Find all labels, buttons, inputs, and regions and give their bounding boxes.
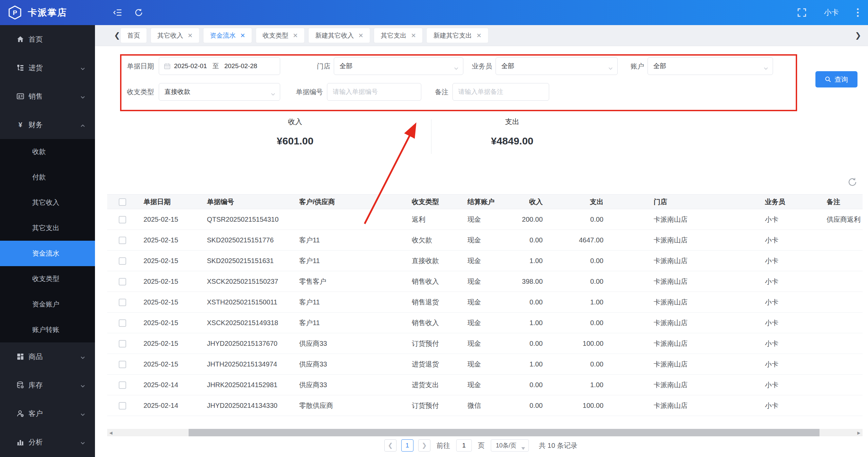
tab-close-icon[interactable]: ✕ [476, 33, 481, 39]
sidebar-item[interactable]: 其它收入 [0, 190, 95, 215]
tab-close-icon[interactable]: ✕ [188, 33, 193, 39]
cell-docno-link[interactable]: JHYD20250214134330 [197, 395, 290, 416]
collapse-menu-icon[interactable] [113, 8, 122, 17]
sidebar-item[interactable]: 付款 [0, 164, 95, 190]
cell-docno-link[interactable]: SKD20250215151631 [197, 251, 290, 271]
sidebar-item[interactable]: 资金账户 [0, 292, 95, 317]
refresh-icon[interactable] [134, 8, 143, 17]
row-checkbox[interactable] [119, 319, 126, 327]
tab[interactable]: 首页 [121, 28, 147, 43]
row-checkbox[interactable] [119, 340, 126, 347]
cell-customer: 客户11 [290, 292, 402, 313]
select-all-checkbox[interactable] [119, 198, 126, 206]
date-range-picker[interactable]: 2025-02-01 至 2025-02-28 [159, 57, 280, 75]
sidebar-item[interactable]: 库存 [0, 371, 95, 399]
summary-divider [431, 119, 431, 154]
cell-docno-link[interactable]: XSTH20250215150011 [197, 292, 290, 313]
sidebar-item[interactable]: 收款 [0, 139, 95, 164]
more-menu-icon[interactable] [856, 7, 859, 18]
page-size-select[interactable]: 10条/页 [491, 439, 529, 452]
cell-remark [814, 395, 863, 416]
tab-close-icon[interactable]: ✕ [240, 33, 245, 39]
expense-label: 支出 [438, 117, 587, 126]
table-refresh-icon[interactable] [847, 177, 857, 187]
cell-docno-link[interactable]: JHRK20250214152981 [197, 375, 290, 395]
chevron-down-icon [454, 64, 458, 68]
cell-remark [814, 354, 863, 375]
tabs-scroll-left-icon[interactable]: ❮ [114, 25, 120, 46]
cell-store: 卡派南山店 [605, 395, 755, 416]
docno-input[interactable]: 请输入单据编号 [327, 83, 421, 101]
cell-remark [814, 230, 863, 251]
prev-page-button[interactable]: ❮ [384, 439, 397, 452]
user-name[interactable]: 小卡 [824, 7, 839, 18]
tab[interactable]: 其它支出 ✕ [374, 28, 422, 43]
cell-docno-link[interactable]: XSCK20250215149318 [197, 313, 290, 333]
cell-account: 现金 [458, 354, 508, 375]
page-number-button[interactable]: 1 [401, 439, 413, 452]
tab-close-icon[interactable]: ✕ [293, 33, 298, 39]
chevron-icon [80, 94, 85, 99]
cell-clerk: 小卡 [755, 375, 814, 395]
type-select[interactable]: 直接收款 [159, 83, 280, 101]
sidebar-item[interactable]: 分析 [0, 428, 95, 456]
sidebar-item[interactable]: 其它支出 [0, 215, 95, 241]
cell-expense: 0.00 [545, 354, 605, 375]
row-checkbox[interactable] [119, 402, 126, 410]
sidebar-item[interactable]: 收支类型 [0, 266, 95, 292]
chevron-icon [80, 122, 85, 127]
tab[interactable]: 新建其它收入 ✕ [309, 28, 370, 43]
store-select[interactable]: 全部 [334, 57, 463, 75]
cell-docno-link[interactable]: QTSR20250215154310 [197, 209, 290, 230]
goto-page-input[interactable] [456, 439, 472, 452]
sidebar-item[interactable]: 进货 [0, 54, 95, 82]
horizontal-scrollbar[interactable]: ◄ ► [107, 429, 863, 436]
row-checkbox[interactable] [119, 381, 126, 389]
row-checkbox[interactable] [119, 299, 126, 306]
tab[interactable]: 收支类型 ✕ [256, 28, 304, 43]
tab-close-icon[interactable]: ✕ [411, 33, 416, 39]
search-button[interactable]: 查询 [815, 71, 857, 87]
tab[interactable]: 资金流水 ✕ [204, 28, 252, 43]
cell-expense: 0.00 [545, 251, 605, 271]
svg-text:P: P [13, 9, 17, 16]
sidebar-item[interactable]: ¥ 财务 [0, 111, 95, 139]
remark-input[interactable]: 请输入单据备注 [452, 83, 549, 101]
row-checkbox[interactable] [119, 278, 126, 285]
cell-docno-link[interactable]: JHYD20250215137670 [197, 333, 290, 354]
sidebar-item[interactable]: 客户 [0, 399, 95, 428]
sidebar-item[interactable]: 首页 [0, 25, 95, 54]
tab[interactable]: 新建其它支出 ✕ [427, 28, 488, 43]
row-checkbox[interactable] [119, 216, 126, 223]
cell-docno-link[interactable]: JHTH20250215134974 [197, 354, 290, 375]
sidebar-item[interactable]: 商品 [0, 342, 95, 371]
income-summary: 收入 ¥601.00 [220, 117, 370, 147]
row-checkbox[interactable] [119, 237, 126, 244]
account-select[interactable]: 全部 [648, 57, 773, 75]
customer-icon [16, 410, 24, 418]
date-from[interactable]: 2025-02-01 [174, 62, 207, 70]
tab[interactable]: 其它收入 ✕ [151, 28, 199, 43]
scroll-left-icon[interactable]: ◄ [107, 429, 115, 436]
cell-clerk: 小卡 [755, 354, 814, 375]
cell-clerk: 小卡 [755, 251, 814, 271]
fullscreen-icon[interactable] [797, 8, 806, 17]
sidebar-item[interactable]: 账户转账 [0, 317, 95, 342]
col-store: 门店 [605, 195, 755, 209]
row-checkbox[interactable] [119, 257, 126, 265]
tab-close-icon[interactable]: ✕ [358, 33, 363, 39]
cell-income: 200.00 [508, 209, 545, 230]
row-checkbox[interactable] [119, 361, 126, 368]
sidebar-item[interactable]: 资金流水 [0, 241, 95, 266]
cell-store: 卡派南山店 [605, 271, 755, 292]
sidebar-item[interactable]: 销售 [0, 82, 95, 111]
tabs-scroll-right-icon[interactable]: ❯ [855, 25, 861, 46]
scrollbar-thumb[interactable] [189, 429, 819, 436]
date-to[interactable]: 2025-02-28 [224, 62, 257, 70]
clerk-select[interactable]: 全部 [496, 57, 618, 75]
next-page-button[interactable]: ❯ [418, 439, 430, 452]
cell-docno-link[interactable]: XSCK20250215150237 [197, 271, 290, 292]
cell-store: 卡派南山店 [605, 251, 755, 271]
scroll-right-icon[interactable]: ► [855, 429, 863, 436]
cell-docno-link[interactable]: SKD20250215151776 [197, 230, 290, 251]
